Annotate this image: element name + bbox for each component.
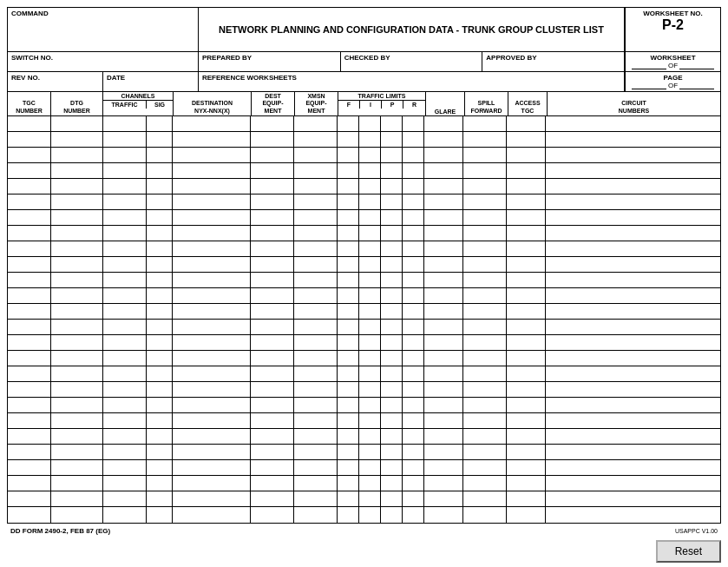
cell-dtg [51, 335, 103, 350]
cell-tl-r [403, 507, 424, 523]
cell-tl-f [338, 132, 359, 147]
cell-spill-forward [463, 210, 507, 225]
prepared-by-label: PREPARED BY [202, 54, 337, 62]
cell-dtg [51, 413, 103, 428]
cell-xmsn-equip [294, 429, 338, 444]
cell-dtg [51, 320, 103, 334]
command-label: COMMAND [11, 10, 194, 17]
cell-tl-f [338, 320, 359, 334]
cell-access-tgc [507, 116, 546, 131]
cell-dtg [51, 366, 103, 381]
cell-access-tgc [507, 179, 546, 194]
cell-xmsn-equip [294, 382, 338, 397]
cell-destination [173, 320, 251, 334]
cell-glare [424, 116, 463, 131]
cell-traffic [103, 335, 147, 350]
cell-destination [173, 226, 251, 241]
cell-sig [147, 257, 173, 272]
cell-xmsn-equip [294, 163, 338, 178]
col-header-access-tgc: ACCESSTGC [508, 92, 548, 115]
cell-circuit-numbers [546, 132, 720, 147]
cell-circuit-numbers [546, 398, 720, 412]
cell-tl-f [338, 304, 359, 319]
cell-tl-p [381, 491, 403, 506]
cell-access-tgc [507, 210, 546, 225]
cell-access-tgc [507, 163, 546, 178]
cell-xmsn-equip [294, 194, 338, 209]
cell-tgc [8, 491, 51, 506]
cell-spill-forward [463, 148, 507, 162]
cell-dtg [51, 429, 103, 444]
cell-glare [424, 507, 463, 523]
cell-sig [147, 132, 173, 147]
cell-dest-equip [251, 335, 294, 350]
switch-no-label: SWITCH NO. [11, 54, 194, 62]
cell-destination [173, 179, 251, 194]
col-header-dest-equip: DESTEQUIP-MENT [252, 92, 295, 115]
cell-circuit-numbers [546, 413, 720, 428]
cell-dtg [51, 194, 103, 209]
cell-glare [424, 460, 463, 475]
cell-xmsn-equip [294, 335, 338, 350]
cell-traffic [103, 288, 147, 303]
cell-circuit-numbers [546, 335, 720, 350]
cell-tl-p [381, 148, 403, 162]
cell-xmsn-equip [294, 398, 338, 412]
cell-circuit-numbers [546, 460, 720, 475]
cell-traffic [103, 273, 147, 287]
cell-sig [147, 320, 173, 334]
cell-dest-equip [251, 116, 294, 131]
cell-xmsn-equip [294, 148, 338, 162]
cell-circuit-numbers [546, 507, 720, 523]
cell-tl-i [359, 320, 381, 334]
cell-tl-p [381, 132, 403, 147]
cell-spill-forward [463, 226, 507, 241]
cell-glare [424, 413, 463, 428]
cell-dtg [51, 491, 103, 506]
cell-access-tgc [507, 304, 546, 319]
cell-tl-f [338, 241, 359, 256]
cell-tl-f [338, 476, 359, 491]
cell-xmsn-equip [294, 304, 338, 319]
table-row [8, 366, 720, 382]
cell-traffic [103, 398, 147, 412]
cell-xmsn-equip [294, 491, 338, 506]
cell-tl-p [381, 257, 403, 272]
cell-dest-equip [251, 398, 294, 412]
cell-tgc [8, 163, 51, 178]
cell-tl-i [359, 288, 381, 303]
cell-glare [424, 194, 463, 209]
cell-sig [147, 273, 173, 287]
cell-circuit-numbers [546, 366, 720, 381]
cell-access-tgc [507, 288, 546, 303]
cell-traffic [103, 163, 147, 178]
cell-xmsn-equip [294, 351, 338, 366]
switch-no-box: SWITCH NO. [8, 52, 199, 71]
cell-tgc [8, 241, 51, 256]
col-header-channels-group: CHANNELS TRAFFIC SIG [103, 92, 174, 115]
cell-access-tgc [507, 320, 546, 334]
cell-spill-forward [463, 273, 507, 287]
cell-tl-f [338, 163, 359, 178]
table-row [8, 210, 720, 226]
cell-sig [147, 491, 173, 506]
cell-circuit-numbers [546, 445, 720, 459]
cell-tl-i [359, 304, 381, 319]
col-header-tl-f: F [338, 101, 360, 109]
cell-sig [147, 351, 173, 366]
reset-button[interactable]: Reset [656, 540, 721, 563]
cell-traffic [103, 366, 147, 381]
cell-tl-f [338, 491, 359, 506]
cell-tl-f [338, 398, 359, 412]
cell-destination [173, 163, 251, 178]
cell-destination [173, 445, 251, 459]
cell-glare [424, 335, 463, 350]
cell-circuit-numbers [546, 210, 720, 225]
cell-sig [147, 382, 173, 397]
cell-tl-p [381, 413, 403, 428]
cell-tl-r [403, 491, 424, 506]
cell-tl-i [359, 257, 381, 272]
cell-tl-f [338, 351, 359, 366]
cell-traffic [103, 226, 147, 241]
cell-xmsn-equip [294, 179, 338, 194]
